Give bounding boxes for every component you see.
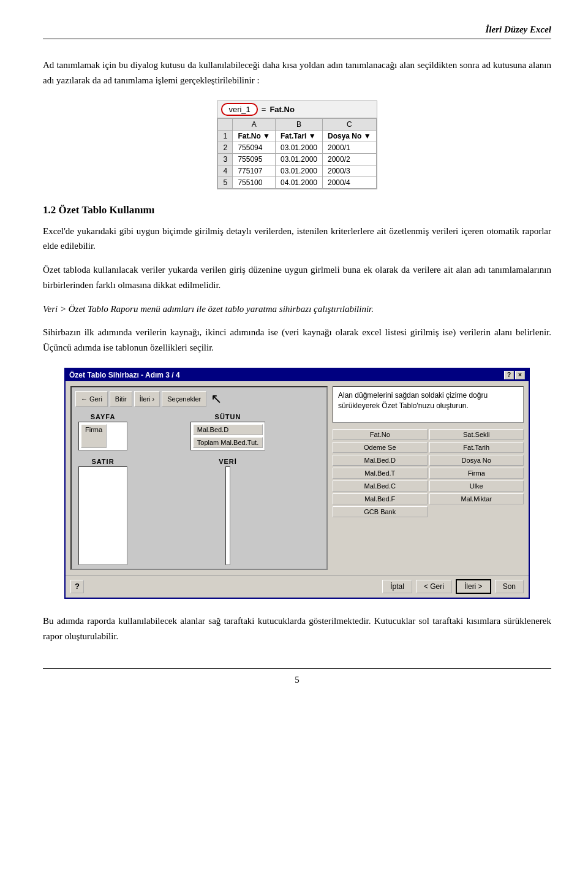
field-btn-odemese[interactable]: Odeme Se (333, 442, 428, 453)
col-header-c: C (323, 118, 377, 130)
italic-line: Veri > Özet Tablo Raporu menü adımları i… (43, 302, 551, 317)
col-header-b: B (275, 118, 322, 130)
section-paragraph-2: Özet tabloda kullanılacak veriler yukard… (43, 262, 551, 293)
sutun-drop-zone[interactable]: Mal.Bed.D Toplam Mal.Bed.Tut. (190, 422, 265, 450)
wizard-titlebar: Özet Tablo Sihirbazı - Adım 3 / 4 ? × (66, 369, 529, 381)
field-btn-malbedd[interactable]: Mal.Bed.D (333, 455, 428, 466)
field-btn-fattarih[interactable]: Fat.Tarih (429, 442, 524, 453)
wizard-footer: ? İptal < Geri İleri > Son (66, 575, 529, 598)
satir-label: SATIR (89, 455, 117, 465)
field-btn-malbedf[interactable]: Mal.Bed.F (333, 493, 428, 504)
sutun-chip-malbedd[interactable]: Mal.Bed.D (193, 424, 263, 435)
wizard-description: Alan düğmelerini sağdan soldaki çizime d… (333, 386, 524, 423)
italic-text: Veri > Özet Tablo Raporu menü adımları i… (43, 304, 374, 314)
wizard-help-title-btn[interactable]: ? (504, 371, 514, 379)
sutun-header: SÜTUN (214, 411, 242, 420)
wizard-drop-zones: SAYFA Firma SÜTUN (75, 411, 323, 565)
wizard-title: Özet Tablo Sihirbazı - Adım 3 / 4 (69, 371, 180, 379)
header-dosya-no: Dosya No ▼ (323, 130, 377, 142)
wizard-geri-button[interactable]: < Geri (416, 580, 452, 593)
field-btn-gcbbank[interactable]: GCB Bank (333, 506, 428, 517)
table-row: 4 775107 03.01.2000 2000/3 (218, 165, 376, 177)
wizard-iptal-button[interactable]: İptal (382, 580, 412, 593)
wizard-btn-secenekler[interactable]: Seçenekler (162, 391, 206, 407)
sayfa-drop-zone[interactable]: Firma (78, 422, 127, 450)
wizard-btn-back-top[interactable]: ← Geri (75, 391, 108, 407)
field-btn-ulke[interactable]: Ulke (429, 480, 524, 492)
name-box-row: veri_1 = Fat.No (217, 101, 376, 118)
cursor-pointer-icon: ↖ (211, 391, 222, 407)
formula-value: Fat.No (270, 105, 294, 114)
field-btn-dosyano[interactable]: Dosya No (429, 455, 524, 466)
sayfa-sutun-row: SAYFA Firma SÜTUN (75, 411, 323, 450)
intro-paragraph: Ad tanımlamak için bu diyalog kutusu da … (43, 58, 551, 88)
field-btn-satsekli[interactable]: Sat.Sekli (429, 429, 524, 440)
wizard-titlebar-buttons: ? × (504, 371, 525, 379)
wizard-ileri-button[interactable]: İleri > (456, 579, 491, 594)
col-header-empty (218, 118, 233, 130)
field-btn-firma[interactable]: Firma (429, 468, 524, 479)
veri-label: VERİ (214, 455, 242, 465)
wizard-son-button[interactable]: Son (495, 580, 524, 593)
formula-equals: = (262, 105, 266, 114)
header-fat-no: Fat.No ▼ (233, 130, 276, 142)
veri-section: VERİ (133, 455, 323, 565)
wizard-right-panel: Alan düğmelerini sağdan soldaki çizime d… (333, 386, 524, 570)
wizard-top-buttons: ← Geri Bitir İleri › Seçenekler ↖ (75, 391, 323, 407)
page-header: İleri Düzey Excel (43, 25, 551, 39)
section-title: 1.2 Özet Tablo Kullanımı (43, 204, 551, 216)
sutun-section: SÜTUN Mal.Bed.D Toplam Mal.Bed.Tut. (133, 411, 323, 450)
field-btn-malbedc[interactable]: Mal.Bed.C (333, 480, 428, 492)
sutun-label: SÜTUN (214, 411, 242, 420)
header-fat-tari: Fat.Tari ▼ (275, 130, 322, 142)
satir-drop-zone[interactable] (78, 466, 127, 565)
wizard-btn-ileri-top[interactable]: İleri › (134, 391, 160, 407)
veri-drop-zone[interactable] (225, 466, 230, 565)
field-btn-malmiktar[interactable]: Mal.Miktar (429, 493, 524, 504)
table-row: 2 755094 03.01.2000 2000/1 (218, 142, 376, 153)
excel-table-wrapper: veri_1 = Fat.No A B C 1 Fat.No ▼ Fat (217, 101, 377, 189)
wizard-dialog: Özet Tablo Sihirbazı - Adım 3 / 4 ? × ← … (64, 368, 530, 599)
field-btn-fatno[interactable]: Fat.No (333, 429, 428, 440)
section-paragraph-1: Excel'de yukarıdaki gibi uygun biçimde g… (43, 224, 551, 254)
wizard-container: Özet Tablo Sihirbazı - Adım 3 / 4 ? × ← … (43, 368, 551, 599)
page-number: 5 (43, 668, 551, 685)
excel-data-table: A B C 1 Fat.No ▼ Fat.Tari ▼ Dosya No ▼ 2… (217, 118, 376, 189)
sayfa-chip-firma[interactable]: Firma (81, 424, 107, 448)
sayfa-label: SAYFA (89, 411, 117, 420)
field-btn-malbedt[interactable]: Mal.Bed.T (333, 468, 428, 479)
section-paragraph-3: Sihirbazın ilk adımında verilerin kaynağ… (43, 325, 551, 355)
wizard-body: ← Geri Bitir İleri › Seçenekler ↖ SAYFA (66, 381, 529, 575)
header-title: İleri Düzey Excel (486, 25, 551, 34)
excel-preview: veri_1 = Fat.No A B C 1 Fat.No ▼ Fat (43, 101, 551, 189)
name-box: veri_1 (221, 103, 257, 116)
satir-veri-row: SATIR VERİ (75, 455, 323, 565)
left-panel-content: ← Geri Bitir İleri › Seçenekler ↖ SAYFA (72, 387, 326, 569)
sutun-chip-toplam[interactable]: Toplam Mal.Bed.Tut. (193, 437, 263, 448)
col-header-a: A (233, 118, 276, 130)
page: İleri Düzey Excel Ad tanımlamak için bu … (0, 0, 588, 885)
bottom-paragraph-1: Bu adımda raporda kullanılabilecek alanl… (43, 613, 551, 644)
wizard-btn-bitir[interactable]: Bitir (110, 391, 132, 407)
table-row: 3 755095 03.01.2000 2000/2 (218, 153, 376, 165)
row-header-1: 1 (218, 130, 233, 142)
field-buttons-grid: Fat.No Sat.Sekli Odeme Se Fat.Tarih Mal.… (333, 429, 524, 517)
wizard-left-panel: ← Geri Bitir İleri › Seçenekler ↖ SAYFA (70, 386, 328, 570)
table-row: 5 755100 04.01.2000 2000/4 (218, 177, 376, 188)
satir-section: SATIR (75, 455, 130, 565)
wizard-help-button[interactable]: ? (70, 580, 84, 593)
sayfa-section: SAYFA Firma (75, 411, 130, 450)
wizard-close-title-btn[interactable]: × (515, 371, 525, 379)
